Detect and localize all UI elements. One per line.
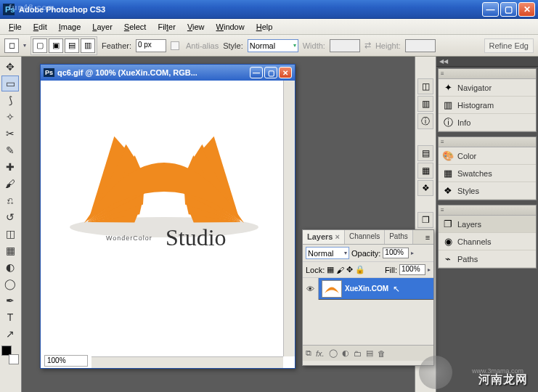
- color-picker[interactable]: [1, 346, 19, 364]
- strip-hist-icon[interactable]: ▥: [417, 96, 433, 112]
- eraser-tool-icon[interactable]: ◫: [1, 226, 19, 242]
- tool-preset-arrow[interactable]: ▾: [23, 42, 26, 49]
- brush-tool-icon[interactable]: 🖌: [1, 176, 19, 192]
- menu-window[interactable]: Window: [211, 20, 250, 33]
- background-color[interactable]: [9, 354, 19, 364]
- color-icon: 🎨: [441, 150, 455, 163]
- marquee-intersect-icon[interactable]: ▥: [81, 38, 95, 53]
- panel-row-navigator[interactable]: ✦ Navigator: [439, 79, 536, 97]
- strip-color-icon[interactable]: ▤: [417, 145, 433, 161]
- blur-tool-icon[interactable]: ◐: [1, 259, 19, 275]
- strip-layers-icon[interactable]: ❐: [417, 212, 433, 228]
- strip-swatch-icon[interactable]: ▦: [417, 163, 433, 179]
- marquee-tool-icon[interactable]: ▭: [1, 75, 19, 91]
- close-button[interactable]: ✕: [518, 2, 535, 17]
- link-layers-icon[interactable]: ⧉: [306, 348, 311, 358]
- info-icon: ⓘ: [441, 116, 455, 129]
- zoom-input[interactable]: 100%: [44, 355, 88, 367]
- tool-preset-icon[interactable]: ◻: [4, 38, 19, 53]
- feather-input[interactable]: 0 px: [136, 39, 166, 52]
- refine-edge-button[interactable]: Refine Edg: [484, 38, 534, 53]
- menu-help[interactable]: Help: [250, 20, 279, 33]
- maximize-button[interactable]: ▢: [500, 2, 517, 17]
- menu-image[interactable]: Image: [53, 20, 87, 33]
- doc-minimize-button[interactable]: ―: [250, 67, 263, 78]
- visibility-eye-icon[interactable]: 👁: [303, 278, 319, 300]
- path-tool-icon[interactable]: ↗: [1, 326, 19, 342]
- delete-layer-icon[interactable]: 🗑: [378, 349, 386, 358]
- panel-row-histogram[interactable]: ▥ Histogram: [439, 97, 536, 114]
- menu-view[interactable]: View: [182, 20, 211, 33]
- layers-icon: ❐: [441, 218, 455, 231]
- document-titlebar[interactable]: Ps qc6.gif @ 100% (XueXin.COM, RGB... ― …: [41, 65, 295, 81]
- panel-collapse-bar[interactable]: ◀◀: [436, 57, 538, 67]
- dodge-tool-icon[interactable]: ◯: [1, 276, 19, 292]
- move-tool-icon[interactable]: ✥: [1, 59, 19, 75]
- tab-channels[interactable]: Channels: [345, 230, 385, 244]
- panel-row-channels[interactable]: ◉ Channels: [439, 233, 536, 250]
- panel-row-info[interactable]: ⓘ Info: [439, 114, 536, 131]
- stamp-tool-icon[interactable]: ⎌: [1, 192, 19, 208]
- doc-maximize-button[interactable]: ▢: [264, 67, 277, 78]
- doc-close-button[interactable]: ✕: [279, 67, 292, 78]
- close-icon[interactable]: ×: [335, 232, 339, 241]
- fill-flyout-icon[interactable]: ▸: [428, 266, 431, 273]
- canvas[interactable]: WonderColor Studio: [41, 81, 295, 355]
- lock-all-icon[interactable]: 🔒: [355, 265, 365, 274]
- panel-header[interactable]: ≡: [439, 137, 536, 147]
- panel-row-paths[interactable]: ⌁ Paths: [439, 250, 536, 268]
- layer-mask-icon[interactable]: ◯: [329, 348, 338, 358]
- panel-header[interactable]: ≡: [439, 69, 536, 79]
- menu-layer[interactable]: Layer: [86, 20, 118, 33]
- opacity-flyout-icon[interactable]: ▸: [411, 250, 414, 256]
- crop-tool-icon[interactable]: ✂: [1, 126, 19, 142]
- panel-row-layers[interactable]: ❐ Layers: [439, 216, 536, 233]
- panel-row-styles[interactable]: ❖ Styles: [439, 182, 536, 200]
- lock-trans-icon[interactable]: ▦: [327, 265, 334, 274]
- layer-row[interactable]: 👁 XueXin.COM ↖: [303, 278, 433, 300]
- new-layer-icon[interactable]: ▤: [366, 348, 373, 358]
- menu-file[interactable]: File: [3, 20, 28, 33]
- healing-tool-icon[interactable]: ✚: [1, 159, 19, 175]
- vertical-scrollbar[interactable]: [283, 81, 295, 356]
- layer-thumbnail[interactable]: [322, 280, 342, 298]
- style-value: Normal: [250, 41, 275, 50]
- panel-header[interactable]: ≡: [439, 205, 536, 216]
- menu-select[interactable]: Select: [118, 20, 152, 33]
- document-window: Ps qc6.gif @ 100% (XueXin.COM, RGB... ― …: [40, 64, 296, 369]
- style-select[interactable]: Normal▾: [248, 39, 298, 52]
- panel-menu-icon[interactable]: ≡: [422, 230, 433, 244]
- layer-group-icon[interactable]: 🗀: [354, 349, 362, 358]
- panel-row-swatches[interactable]: ▦ Swatches: [439, 165, 536, 182]
- horizontal-scrollbar[interactable]: [91, 356, 283, 368]
- swap-wh-icon: ⇄: [364, 41, 371, 50]
- minimize-button[interactable]: ―: [482, 2, 499, 17]
- marquee-add-icon[interactable]: ▣: [49, 38, 63, 53]
- marquee-new-icon[interactable]: ▢: [33, 38, 47, 53]
- wand-tool-icon[interactable]: ✧: [1, 109, 19, 125]
- layer-fx-icon[interactable]: fx.: [316, 349, 325, 358]
- lasso-tool-icon[interactable]: ⟆: [1, 92, 19, 108]
- blend-mode-select[interactable]: Normal▾: [306, 247, 349, 259]
- menu-edit[interactable]: Edit: [28, 20, 53, 33]
- lock-move-icon[interactable]: ✥: [346, 265, 353, 274]
- opacity-input[interactable]: 100%: [383, 248, 409, 258]
- strip-styles-icon[interactable]: ❖: [417, 180, 433, 196]
- pen-tool-icon[interactable]: ✒: [1, 293, 19, 309]
- marquee-subtract-icon[interactable]: ▤: [65, 38, 79, 53]
- lock-paint-icon[interactable]: 🖌: [336, 266, 344, 274]
- logo-subtext: WonderColor: [106, 234, 152, 242]
- menu-filter[interactable]: Filter: [152, 20, 181, 33]
- tab-paths[interactable]: Paths: [385, 230, 413, 244]
- tab-layers[interactable]: Layers×: [303, 230, 345, 244]
- gradient-tool-icon[interactable]: ▦: [1, 242, 19, 258]
- strip-nav-icon[interactable]: ◫: [417, 78, 433, 94]
- history-brush-icon[interactable]: ↺: [1, 209, 19, 225]
- fill-input[interactable]: 100%: [399, 264, 425, 275]
- adjustment-layer-icon[interactable]: ◐: [342, 348, 349, 358]
- panel-row-color[interactable]: 🎨 Color: [439, 147, 536, 165]
- layer-name[interactable]: XueXin.COM: [345, 285, 388, 293]
- strip-info-icon[interactable]: ⓘ: [417, 113, 433, 129]
- type-tool-icon[interactable]: T: [1, 309, 19, 325]
- eyedropper-tool-icon[interactable]: ✎: [1, 142, 19, 158]
